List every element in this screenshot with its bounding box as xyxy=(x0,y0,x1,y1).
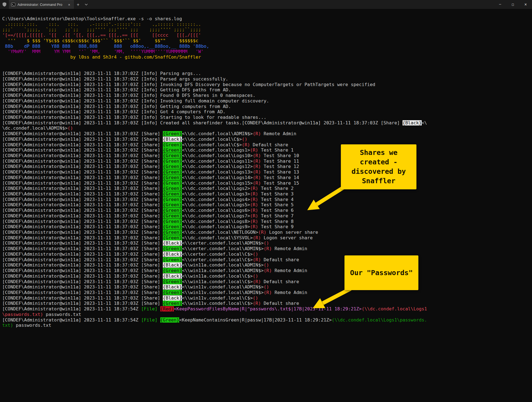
terminal-line: [CONDEF\Administrator@win11a] 2023-11-11… xyxy=(2,284,530,290)
terminal-line: txt) passwords.txt xyxy=(2,323,530,328)
annotation-shares-note: Shares we created - discovered by Snaffl… xyxy=(341,144,416,189)
new-tab-button[interactable]: + xyxy=(74,0,82,9)
terminal-line: [CONDEF\Administrator@win11a] 2023-11-11… xyxy=(2,295,530,301)
terminal-line: [CONDEF\Administrator@win11a] 2023-11-11… xyxy=(2,197,530,202)
terminal-line: [CONDEF\Administrator@win11a] 2023-11-11… xyxy=(2,120,530,126)
terminal-line: [CONDEF\Administrator@win11a] 2023-11-11… xyxy=(2,147,530,153)
terminal-line: [CONDEF\Administrator@win11a] 2023-11-11… xyxy=(2,87,530,93)
maximize-button[interactable]: □ xyxy=(506,0,519,9)
window-controls: ─ □ × xyxy=(494,0,532,9)
terminal-line: [CONDEF\Administrator@win11a] 2023-11-11… xyxy=(2,240,530,246)
terminal-line: [CONDEF\Administrator@win11a] 2023-11-11… xyxy=(2,191,530,197)
terminal-line: [CONDEF\Administrator@win11a] 2023-11-11… xyxy=(2,279,530,285)
tab-close-icon[interactable]: × xyxy=(67,2,72,7)
minimize-button[interactable]: ─ xyxy=(494,0,506,9)
terminal-line: [CONDEF\Administrator@win11a] 2023-11-11… xyxy=(2,180,530,186)
terminal-line: [CONDEF\Administrator@win11a] 2023-11-11… xyxy=(2,273,530,279)
terminal-line: [CONDEF\Administrator@win11a] 2023-11-11… xyxy=(2,142,530,148)
terminal-line: [CONDEF\Administrator@win11a] 2023-11-11… xyxy=(2,76,530,82)
terminal-line: [CONDEF\Administrator@win11a] 2023-11-11… xyxy=(2,262,530,268)
terminal-line: 'YMmMY' MMM YM YMM ''` 'MM, 'MM, ''''YUM… xyxy=(2,49,530,54)
terminal-line: [CONDEF\Administrator@win11a] 2023-11-11… xyxy=(2,252,530,257)
terminal-line: [CONDEF\Administrator@win11a] 2023-11-11… xyxy=(2,169,530,175)
terminal-line: [CONDEF\Administrator@win11a] 2023-11-11… xyxy=(2,290,530,295)
tab-dropdown-chevron-icon[interactable] xyxy=(82,0,90,9)
terminal-line: by l0ss and Sh3r4 - github.com/SnaffCon/… xyxy=(2,54,530,60)
terminal-line xyxy=(2,65,530,71)
terminal-line: ;;;` `;;;;, `;;; ;;`;; ;;;'''' ;;;'''' ;… xyxy=(2,27,530,32)
terminal-line: [CONDEF\Administrator@win11a] 2023-11-11… xyxy=(2,153,530,159)
terminal-line: [CONDEF\Administrator@win11a] 2023-11-11… xyxy=(2,175,530,180)
terminal-line: [CONDEF\Administrator@win11a] 2023-11-11… xyxy=(2,71,530,76)
terminal-line: [CONDEF\Administrator@win11a] 2023-11-11… xyxy=(2,131,530,137)
terminal-line: [CONDEF\Administrator@win11a] 2023-11-11… xyxy=(2,306,530,312)
terminal-line: [CONDEF\Administrator@win11a] 2023-11-11… xyxy=(2,115,530,120)
terminal-line: [CONDEF\Administrator@win11a] 2023-11-11… xyxy=(2,98,530,104)
terminal-line: [CONDEF\Administrator@win11a] 2023-11-11… xyxy=(2,202,530,208)
terminal-line: [CONDEF\Administrator@win11a] 2023-11-11… xyxy=(2,230,530,235)
terminal-line: [CONDEF\Administrator@win11a] 2023-11-11… xyxy=(2,164,530,169)
terminal-line: [CONDEF\Administrator@win11a] 2023-11-11… xyxy=(2,224,530,230)
terminal-line: [CONDEF\Administrator@win11a] 2023-11-11… xyxy=(2,213,530,219)
terminal-line: [CONDEF\Administrator@win11a] 2023-11-11… xyxy=(2,186,530,191)
terminal-line: [CONDEF\Administrator@win11a] 2023-11-11… xyxy=(2,137,530,142)
terminal-line: [CONDEF\Administrator@win11a] 2023-11-11… xyxy=(2,246,530,252)
terminal-line: [CONDEF\Administrator@win11a] 2023-11-11… xyxy=(2,159,530,164)
terminal-line: [CONDEF\Administrator@win11a] 2023-11-11… xyxy=(2,104,530,109)
terminal-line: [CONDEF\Administrator@win11a] 2023-11-11… xyxy=(2,208,530,213)
elevation-shield-icon xyxy=(0,0,9,9)
annotation-passwords-note: Our "Passwords" xyxy=(344,255,418,290)
terminal-line: [CONDEF\Administrator@win11a] 2023-11-11… xyxy=(2,219,530,224)
tab-title: Administrator: Command Pro xyxy=(18,3,64,7)
terminal-output: C:\Users\Administrator\Desktop\Tools>Sna… xyxy=(2,16,530,328)
terminal-line: [CONDEF\Administrator@win11a] 2023-11-11… xyxy=(2,268,530,273)
terminal-line: [CONDEF\Administrator@win11a] 2023-11-11… xyxy=(2,301,530,306)
terminal-line: [CONDEF\Administrator@win11a] 2023-11-11… xyxy=(2,82,530,87)
terminal-line: 88b dP 888 Y88 888 888,888 888 o88oo,.__… xyxy=(2,44,530,49)
terminal-line: \passwords.txt) passwords.txt xyxy=(2,312,530,317)
terminal-line: [CONDEF\Administrator@win11a] 2023-11-11… xyxy=(2,109,530,115)
terminal-line: ''' $ $$$ 'Y$c$$ c$$$cc$$$c`$$$'`` `$$$'… xyxy=(2,38,530,44)
terminal-line: [CONDEF\Administrator@win11a] 2023-11-11… xyxy=(2,317,530,323)
terminal-line: [CONDEF\Administrator@win11a] 2023-11-11… xyxy=(2,235,530,241)
close-button[interactable]: × xyxy=(519,0,532,9)
tab-administrator-command-prompt[interactable]: Administrator: Command Pro × xyxy=(9,0,74,9)
terminal-line: '[==/[[[[,[[[[[. '[[ ,[[ '[[, [[[,,== [[… xyxy=(2,32,530,38)
terminal-line xyxy=(2,60,530,66)
terminal-icon xyxy=(11,3,15,6)
titlebar: Administrator: Command Pro × + ─ □ × xyxy=(0,0,532,9)
terminal-line: C:\Users\Administrator\Desktop\Tools>Sna… xyxy=(2,16,530,22)
terminal-line: .::::::.:::. :::. :::. .-:::::'.-:::::':… xyxy=(2,22,530,27)
terminal-line: \dc.condef.local\ADMIN$>() xyxy=(2,125,530,131)
terminal[interactable]: C:\Users\Administrator\Desktop\Tools>Sna… xyxy=(0,9,532,402)
terminal-line: [CONDEF\Administrator@win11a] 2023-11-11… xyxy=(2,257,530,263)
terminal-line: [CONDEF\Administrator@win11a] 2023-11-11… xyxy=(2,93,530,98)
